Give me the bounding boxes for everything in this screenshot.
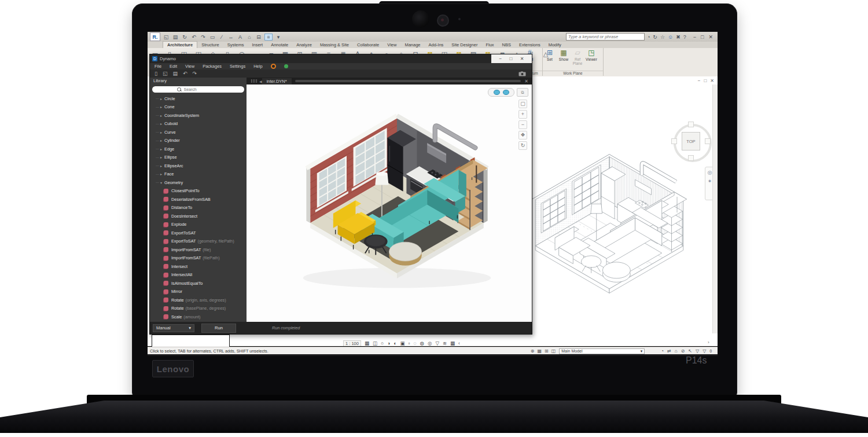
- qat-icon[interactable]: ⊟: [255, 34, 262, 40]
- library-item[interactable]: Cuboid: [150, 120, 247, 128]
- dynamo-3d-preview-canvas[interactable]: ⧉ ▢+−❖↻: [247, 85, 532, 322]
- run-mode-dropdown[interactable]: Manual ▾: [153, 324, 194, 332]
- qat-icon[interactable]: ↔: [227, 34, 234, 40]
- graph-view-switch-icon[interactable]: ⧉: [517, 88, 528, 97]
- library-item[interactable]: Cone: [150, 103, 247, 112]
- tab-close-icon[interactable]: ✕: [524, 79, 532, 84]
- titlebar-icon[interactable]: ↻: [653, 34, 657, 40]
- selection-toggle-icon[interactable]: ⊘: [681, 348, 685, 354]
- library-item[interactable]: Rotate (origin, axis, degrees): [150, 296, 247, 304]
- qat-icon[interactable]: ↻: [181, 34, 188, 40]
- ribbon-tab[interactable]: NBS: [498, 42, 515, 48]
- library-item[interactable]: ImportFromSAT (file): [150, 245, 247, 254]
- dynamo-menu-item[interactable]: Packages: [203, 64, 222, 69]
- library-item[interactable]: Circle: [150, 94, 247, 103]
- dynamo-toolbar-icon[interactable]: ▤: [172, 71, 178, 76]
- selection-toggle-icon[interactable]: ↖: [688, 348, 692, 354]
- dynamo-menu-item[interactable]: Settings: [230, 64, 245, 69]
- qat-icon[interactable]: ▭: [209, 34, 216, 40]
- revit-logo[interactable]: R.: [150, 32, 160, 41]
- qat-icon[interactable]: ▤: [172, 34, 179, 40]
- selection-toggle-icon[interactable]: ◔: [661, 348, 664, 354]
- canvas-nav-icon[interactable]: −: [518, 120, 527, 129]
- dynamo-toolbar-icon[interactable]: ↶: [183, 71, 187, 76]
- view-control-icon[interactable]: ◑: [387, 340, 390, 346]
- library-item[interactable]: Rotate (basePlane, degrees): [150, 304, 247, 313]
- library-item[interactable]: IsAlmostEqualTo: [150, 279, 247, 288]
- qat-icon[interactable]: ◱: [163, 34, 170, 40]
- ribbon-tab[interactable]: Systems: [223, 42, 248, 48]
- titlebar-icon[interactable]: ☆: [660, 34, 665, 40]
- selection-toggle-icon[interactable]: 0: [709, 349, 712, 353]
- titlebar-icon[interactable]: ✖: [676, 34, 681, 40]
- view-control-icon[interactable]: ≋: [443, 340, 447, 346]
- library-search-input[interactable]: [183, 87, 220, 92]
- qat-icon[interactable]: ⌂: [246, 34, 253, 40]
- navigation-bar-icon[interactable]: ✶: [708, 178, 712, 184]
- view-window-control[interactable]: −: [698, 78, 701, 83]
- status-ok-badge-icon[interactable]: [284, 64, 288, 68]
- export-image-camera-icon[interactable]: [518, 71, 526, 76]
- vertical-scrollbar[interactable]: [712, 85, 718, 333]
- status-icon[interactable]: ⊕: [531, 348, 535, 354]
- library-item[interactable]: Cylinder: [150, 137, 247, 145]
- view-control-icon[interactable]: ‹: [458, 340, 460, 346]
- qat-icon[interactable]: ∕: [218, 34, 225, 40]
- view-control-icon[interactable]: ◎: [428, 340, 432, 346]
- library-item[interactable]: IntersectAll: [150, 271, 247, 280]
- notification-badge-icon[interactable]: [271, 64, 276, 69]
- library-item[interactable]: ImportFromSAT (filePath): [150, 254, 247, 263]
- view-control-icon[interactable]: ◌: [413, 340, 416, 346]
- work-plane-button[interactable]: ▦Show: [557, 48, 571, 61]
- ribbon-tab[interactable]: Add-Ins: [425, 42, 448, 48]
- library-item[interactable]: Scale (amount): [150, 313, 247, 321]
- ribbon-tab[interactable]: Extensions: [515, 42, 545, 48]
- work-plane-button[interactable]: ◳Viewer: [584, 48, 598, 61]
- qat-icon[interactable]: A: [237, 34, 244, 40]
- view-control-icon[interactable]: ◫: [373, 340, 377, 346]
- library-item[interactable]: Geometry: [150, 178, 247, 187]
- library-item[interactable]: DoesIntersect: [150, 212, 247, 221]
- library-item[interactable]: Ellipse: [150, 153, 247, 162]
- dynamo-window-control[interactable]: −: [499, 56, 502, 61]
- ribbon-tab[interactable]: Architecture: [163, 41, 197, 48]
- search-input[interactable]: [566, 33, 645, 41]
- view-scale[interactable]: 1 : 100: [343, 340, 361, 347]
- viewcube[interactable]: TOP: [671, 122, 711, 161]
- library-item[interactable]: EllipseArc: [150, 161, 247, 170]
- library-item[interactable]: Curve: [150, 128, 247, 137]
- selection-toggle-icon[interactable]: ▽: [703, 348, 706, 354]
- selection-toggle-icon[interactable]: ▽: [696, 348, 699, 354]
- library-item[interactable]: Mirror: [150, 288, 247, 296]
- canvas-nav-icon[interactable]: ❖: [518, 131, 527, 139]
- view-control-icon[interactable]: ○: [381, 340, 384, 346]
- dynamo-toolbar-icon[interactable]: ◱: [163, 71, 168, 76]
- ribbon-tab[interactable]: Collaborate: [353, 42, 383, 48]
- status-icon[interactable]: ⊞: [545, 348, 549, 354]
- ribbon-tab[interactable]: Flux: [481, 42, 498, 48]
- window-control-button[interactable]: □: [701, 34, 704, 40]
- work-plane-button[interactable]: ⊞Set: [543, 48, 557, 61]
- library-item[interactable]: CoordinateSystem: [150, 111, 247, 120]
- ribbon-tab[interactable]: Analyze: [292, 42, 316, 48]
- dynamo-menu-item[interactable]: Edit: [170, 64, 177, 69]
- ribbon-tab[interactable]: Modify: [545, 42, 565, 48]
- window-control-button[interactable]: ✕: [708, 34, 713, 40]
- dynamo-menu-item[interactable]: Help: [253, 64, 262, 69]
- dynamo-window-control[interactable]: □: [510, 56, 513, 61]
- window-control-button[interactable]: −: [693, 34, 696, 40]
- view-control-icon[interactable]: ▫: [408, 340, 410, 346]
- work-plane-button[interactable]: ▱Ref Plane: [571, 48, 584, 65]
- library-item[interactable]: ExportToSAT: [150, 229, 247, 237]
- selection-toggle-icon[interactable]: ⇄: [667, 348, 671, 354]
- library-item[interactable]: Edge: [150, 145, 247, 153]
- qat-icon[interactable]: ≡: [264, 34, 273, 41]
- titlebar-icon[interactable]: ?: [683, 34, 686, 40]
- view-control-icon[interactable]: ▦: [365, 340, 369, 346]
- status-icon[interactable]: ◫: [551, 348, 556, 354]
- ribbon-tab[interactable]: Structure: [197, 42, 223, 48]
- geometry-preview-toggle[interactable]: [488, 88, 514, 97]
- library-item[interactable]: DeserializeFromSAB: [150, 195, 247, 204]
- library-search-box[interactable]: [152, 86, 244, 93]
- canvas-nav-icon[interactable]: +: [518, 110, 527, 119]
